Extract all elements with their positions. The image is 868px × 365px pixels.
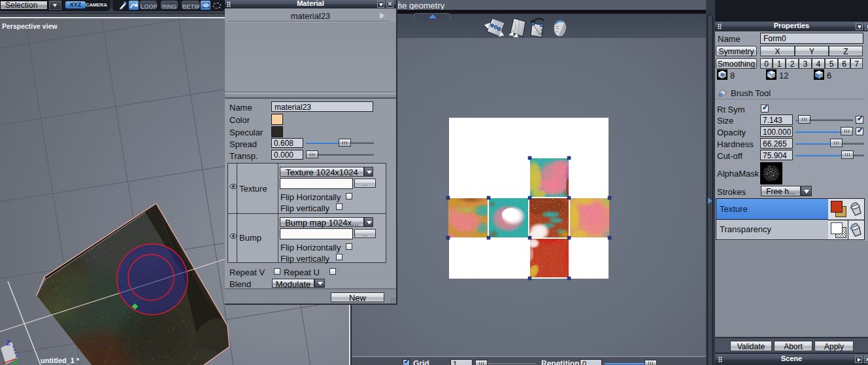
svg-text:untitled_1 *: untitled_1 * (41, 356, 80, 364)
svg-text:Z: Z (6, 339, 10, 347)
svg-text:Perspective view: Perspective view (2, 22, 58, 30)
